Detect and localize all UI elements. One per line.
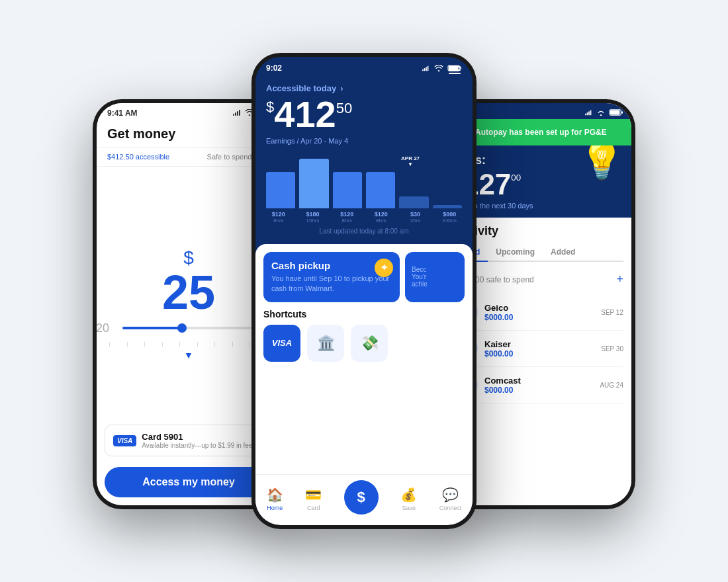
center-phone: 9:02 (251, 53, 477, 529)
nav-home-label: Home (267, 505, 283, 511)
center-signal-icon (422, 65, 430, 71)
svg-rect-23 (588, 111, 590, 115)
shortcut-transfer[interactable]: 💸 (351, 325, 388, 362)
connect-icon: 💬 (442, 487, 459, 503)
tab-upcoming[interactable]: Upcoming (488, 243, 543, 262)
geico-amount: $000.00 (484, 313, 594, 322)
slider-track[interactable] (122, 327, 255, 329)
svg-rect-27 (621, 111, 623, 114)
activity-title: Activity (455, 224, 623, 238)
left-title: Get money (107, 126, 175, 142)
chart-label-3: $120 8hrs (332, 211, 362, 224)
shortcuts-section: Shortcuts VISA 🏛️ 💸 (263, 309, 465, 362)
shortcut-bank[interactable]: 🏛️ (307, 325, 344, 362)
hamburger-menu[interactable] (449, 66, 461, 74)
bottom-nav: 🏠 Home 💳 Card $ 💰 Save (255, 474, 473, 525)
comcast-amount: $000.00 (484, 386, 593, 395)
nav-save-label: Save (402, 505, 416, 511)
nav-card-label: Card (307, 505, 320, 511)
bar-fill-4 (366, 172, 395, 208)
bar-hrs-4: 8hrs (366, 218, 396, 224)
chart-label-5: $30 2hrs (400, 211, 431, 224)
chart-pointer: APR 27 ▼ (399, 155, 422, 167)
earnings-label: Earnings / Apr 20 - May 4 (266, 137, 462, 145)
hamburger-line (449, 73, 461, 74)
center-phone-inner: 9:02 (255, 57, 473, 525)
kaiser-info: Kaiser $000.00 (484, 339, 594, 358)
visa-badge: VISA (113, 435, 136, 446)
svg-rect-1 (235, 112, 236, 116)
svg-rect-13 (424, 68, 426, 71)
bar-amount-6: $000 (434, 211, 465, 218)
slider-value: 25 (162, 269, 215, 316)
accessible-amount: $ 412 50 (266, 96, 462, 133)
tick (144, 342, 145, 347)
acc-dollar: $ (266, 99, 274, 116)
tick (197, 342, 198, 347)
updated-text: Last updated today at 8:00 am (261, 224, 467, 239)
walmart-logo: ✦ (375, 259, 393, 280)
geico-date: SEP 12 (601, 309, 623, 316)
bar-amount-5: $30 (400, 211, 431, 218)
nav-home[interactable]: 🏠 Home (267, 487, 283, 511)
promo-small-text: Becc (412, 266, 458, 273)
chart-label-2: $180 15hrs (298, 211, 328, 224)
geico-info: Geico $000.00 (484, 303, 594, 322)
safe-spend-row: $125.00 safe to spend + (455, 269, 623, 290)
dollar-center-btn[interactable]: $ (344, 480, 379, 515)
svg-rect-14 (426, 67, 427, 71)
geico-name: Geico (484, 303, 594, 313)
access-money-button[interactable]: Access my money (105, 467, 273, 497)
bar-fill-1 (266, 172, 295, 208)
right-status-icons (585, 109, 623, 116)
chart-bars (261, 155, 467, 208)
bar-hrs-3: 8hrs (332, 218, 362, 224)
left-status-time: 9:41 AM (107, 108, 138, 118)
card-info: Card 5901 Available instantly—up to $1.9… (142, 432, 261, 449)
nav-connect[interactable]: 💬 Connect (439, 487, 462, 511)
bill-item-geico[interactable]: 🚗 Geico $000.00 SEP 12 (455, 294, 623, 331)
card-subtitle: Available instantly—up to $1.99 in fees (142, 442, 261, 449)
slider-thumb[interactable] (177, 323, 187, 333)
bar-6 (433, 205, 462, 208)
promo-cards: Cash pickup You have until Sep 10 to pic… (263, 252, 465, 302)
card-name: Card 5901 (142, 432, 261, 442)
bar-hrs-1: 8hrs (263, 218, 294, 224)
chart-label-6: $000 XXhrs (434, 211, 465, 224)
kaiser-date: SEP 30 (601, 345, 623, 353)
bar-amount-1: $120 (263, 211, 294, 218)
promo-small-text2: You'r (412, 273, 458, 280)
promo-small-card[interactable]: Becc You'r achie (405, 252, 465, 302)
tick (109, 342, 110, 347)
shortcut-visa[interactable]: VISA (263, 325, 300, 362)
bill-item-kaiser[interactable]: ➕ Kaiser $000.00 SEP 30 (455, 331, 623, 367)
home-icon: 🏠 (267, 487, 283, 503)
save-icon: 💰 (400, 487, 417, 503)
plus-button[interactable]: + (616, 272, 623, 286)
bar-hrs-5: 2hrs (400, 218, 431, 224)
chart-labels: $120 8hrs $180 15hrs $120 8hrs $120 (261, 208, 467, 224)
bill-item-comcast[interactable]: 📡 Comcast $000.00 AUG 24 (455, 367, 623, 403)
nav-dollar-center[interactable]: $ (344, 480, 379, 517)
lamp-decoration: 💡 (579, 146, 625, 182)
accessible-arrow-icon: › (340, 83, 343, 93)
center-white-section: Cash pickup You have until Sep 10 to pic… (255, 244, 473, 474)
tab-added[interactable]: Added (543, 243, 583, 262)
bar-fill-3 (333, 172, 362, 208)
chart-pointer-arrow: ▼ (408, 161, 413, 167)
bar-4 (366, 172, 395, 208)
bar-hrs-6: XXhrs (434, 218, 465, 224)
slider-min: 20 (97, 321, 109, 335)
nav-card[interactable]: 💳 Card (305, 487, 322, 511)
svg-rect-26 (610, 110, 620, 114)
chart-pointer-label: APR 27 (399, 155, 422, 161)
cash-pickup-card[interactable]: Cash pickup You have until Sep 10 to pic… (263, 252, 400, 302)
chart-label-1: $120 8hrs (263, 211, 294, 224)
nav-save[interactable]: 💰 Save (400, 487, 417, 511)
dollar-icon: $ (357, 489, 365, 506)
card-row[interactable]: VISA Card 5901 Available instantly—up to… (105, 425, 273, 456)
svg-rect-2 (237, 111, 238, 116)
shortcut-icons: VISA 🏛️ 💸 (263, 325, 465, 362)
signal-icon (233, 109, 242, 117)
kaiser-amount: $000.00 (484, 349, 594, 358)
